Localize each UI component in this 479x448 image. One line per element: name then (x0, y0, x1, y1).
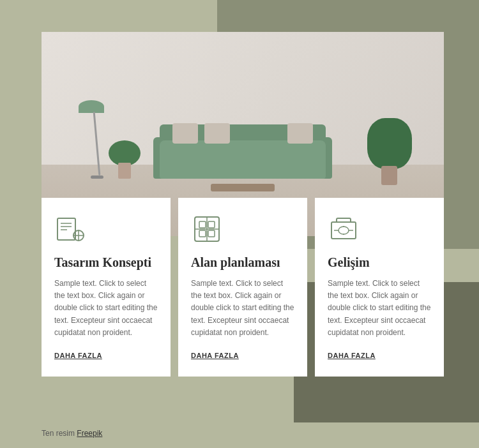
cards-row: Tasarım Konsepti Sample text. Click to s… (42, 198, 444, 377)
lamp-pole (93, 112, 101, 175)
card-design-link[interactable]: DAHA FAZLA (54, 352, 158, 359)
development-icon (328, 213, 360, 245)
plant-pot-left (118, 163, 131, 179)
lamp-base (91, 175, 103, 179)
page-wrapper: Tasarım Konsepti Sample text. Click to s… (0, 0, 479, 448)
footer-link[interactable]: Freepik (77, 429, 102, 438)
svg-rect-10 (199, 230, 206, 237)
plant-pot-right (381, 166, 397, 185)
footer: Ten resim Freepik (42, 429, 102, 438)
svg-point-15 (338, 227, 349, 234)
card-planning: Alan planlaması Sample text. Click to se… (178, 198, 307, 377)
svg-rect-9 (208, 221, 215, 228)
sofa (153, 121, 332, 179)
sofa-pillow-3 (287, 123, 313, 144)
floor-lamp (90, 100, 104, 179)
lamp-head (79, 100, 104, 113)
card-design-title: Tasarım Konsepti (54, 255, 158, 270)
card-planning-title: Alan planlaması (191, 255, 294, 270)
card-design-text: Sample text. Click to select the text bo… (54, 278, 158, 339)
card-development-title: Gelişim (328, 255, 431, 270)
planning-icon (191, 213, 223, 245)
card-design: Tasarım Konsepti Sample text. Click to s… (42, 198, 171, 377)
sofa-pillow-2 (204, 123, 230, 144)
sofa-body (160, 140, 326, 179)
sofa-pillow-1 (172, 123, 198, 144)
svg-rect-0 (57, 218, 75, 240)
plant-foliage-left (109, 140, 141, 166)
plant-right (381, 118, 412, 185)
svg-rect-11 (208, 230, 215, 237)
card-development-text: Sample text. Click to select the text bo… (328, 278, 431, 339)
footer-text: Ten resim (42, 429, 75, 438)
svg-rect-8 (199, 221, 206, 228)
design-icon (54, 213, 86, 245)
card-planning-link[interactable]: DAHA FAZLA (191, 352, 294, 359)
coffee-table (211, 184, 275, 191)
card-development: Gelişim Sample text. Click to select the… (315, 198, 444, 377)
plant-foliage-right (367, 118, 412, 169)
card-planning-text: Sample text. Click to select the text bo… (191, 278, 294, 339)
card-development-link[interactable]: DAHA FAZLA (328, 352, 431, 359)
plant-left (118, 140, 141, 179)
